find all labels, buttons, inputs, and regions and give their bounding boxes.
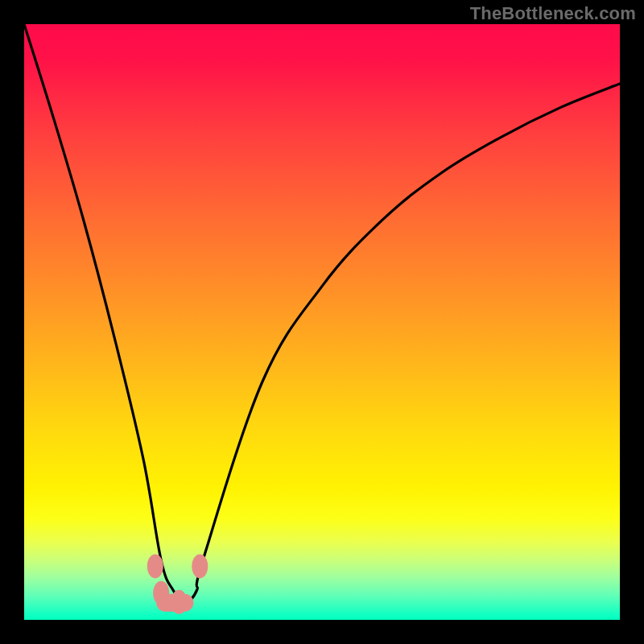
plot-area bbox=[24, 24, 620, 620]
bottom-marker bbox=[171, 590, 187, 614]
right-marker-upper bbox=[192, 554, 208, 578]
chart-frame: TheBottleneck.com bbox=[0, 0, 644, 644]
bottleneck-curve bbox=[24, 24, 620, 602]
marker-group bbox=[147, 554, 208, 613]
left-marker-lower bbox=[153, 581, 169, 605]
chart-svg bbox=[24, 24, 620, 620]
left-marker-upper bbox=[147, 554, 163, 578]
watermark-text: TheBottleneck.com bbox=[470, 3, 636, 24]
